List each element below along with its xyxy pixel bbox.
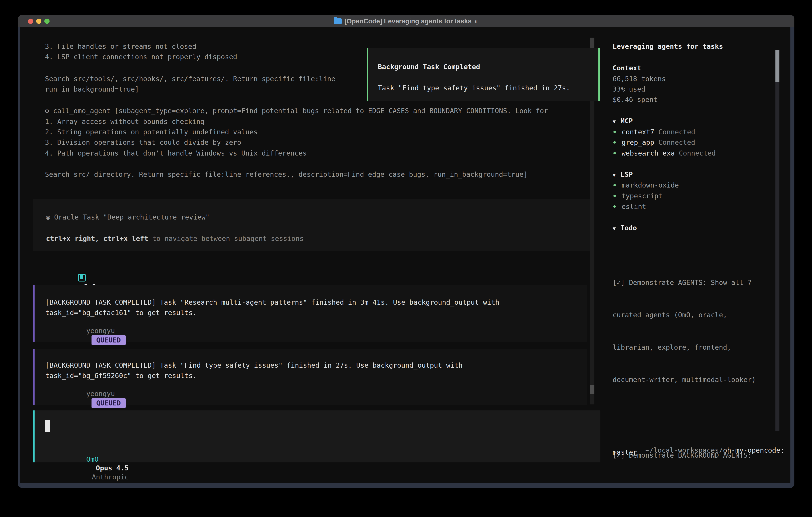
workspace-path: ~/local-workspaces/oh-my-opencode: — [613, 437, 784, 464]
zoom-button[interactable] — [45, 19, 50, 24]
context-used: 33% used — [613, 85, 645, 93]
scrollback-line: 3. File handles or streams not closed — [45, 42, 196, 51]
text-cursor — [45, 420, 50, 432]
context-tokens: 66,518 tokens — [613, 74, 666, 83]
context-spent: $0.46 spent — [613, 95, 658, 104]
main-scrollbar-thumb-top[interactable] — [590, 37, 594, 49]
terminal-content: 3. File handles or streams not closed 4.… — [20, 27, 790, 483]
status-badge: QUEUED — [91, 335, 126, 345]
toast-title: Background Task Completed — [378, 62, 480, 71]
message-line: task_id="bg_dcfac161" to get results. — [46, 308, 197, 317]
agent-call-line: 1. Array access without bounds checking — [45, 117, 204, 126]
status-dot-icon — [613, 141, 616, 143]
agent-call-line: 2. String operations on potentially unde… — [45, 128, 258, 136]
oracle-task-hint: ctrl+x right, ctrl+x left to navigate be… — [46, 234, 304, 243]
input-provider: Anthropic — [92, 473, 129, 481]
oracle-task-box[interactable]: ◉ Oracle Task "Deep architecture review"… — [33, 199, 590, 251]
scrollback-line: Search src/tools/, src/hooks/, src/featu… — [45, 74, 335, 83]
hint-keys: ctrl+x right, ctrl+x left — [46, 235, 148, 243]
background-task-toast: Background Task Completed Task "Find typ… — [367, 48, 600, 101]
context-heading: Context — [613, 63, 641, 72]
session-state-icon: ◐ — [474, 18, 478, 25]
input-model-row: OmO Opus 4.5 Anthropic — [46, 446, 129, 483]
terminal-window: [OpenCode] Leveraging agents for tasks ◐… — [18, 15, 794, 488]
status-dot-icon — [613, 205, 616, 208]
toast-body: Task "Find type safety issues" finished … — [378, 84, 570, 92]
input-agent-name: OmO — [86, 455, 98, 463]
main-scrollbar-track[interactable] — [590, 52, 594, 404]
window-title-group: [OpenCode] Leveraging agents for tasks ◐ — [334, 18, 478, 25]
message-block: [BACKGROUND TASK COMPLETED] Task "Resear… — [33, 285, 587, 342]
workspace-branch: master — [613, 448, 637, 457]
mcp-section-header[interactable]: ▼MCP — [613, 116, 633, 125]
message-block: [BACKGROUND TASK COMPLETED] Task "Find t… — [33, 349, 587, 405]
lsp-item: eslint — [613, 202, 646, 211]
lsp-item: typescript — [613, 192, 663, 200]
scrollback-line: 4. LSP client connections not properly d… — [45, 52, 237, 61]
hint-text: to navigate between subagent sessions — [148, 235, 304, 243]
todo-item: [✓] Demonstrate AGENTS: Show all 7 curat… — [613, 255, 764, 407]
traffic-lights — [28, 19, 50, 24]
agent-call-line: ⚙ call_omo_agent [subagent_type=explore,… — [45, 106, 548, 115]
message-line: task_id="bg_6f59260c" to get results. — [46, 371, 197, 380]
status-dot-icon — [613, 195, 616, 197]
chevron-down-icon: ▼ — [613, 172, 616, 178]
scrollback-line: run_in_background=true] — [45, 85, 139, 93]
folder-icon — [334, 19, 342, 24]
app-version-row: OpenCode 1.0.163 — [613, 480, 687, 483]
author: yeongyu — [86, 390, 115, 398]
oracle-task-title: ◉ Oracle Task "Deep architecture review" — [46, 213, 210, 221]
mcp-item: websearch_exa Connected — [613, 149, 716, 158]
agent-call-line: Search src/ directory. Return specific f… — [45, 170, 527, 179]
record-icon: ◉ — [46, 213, 50, 221]
palette-hint: ctrl+p commands — [532, 480, 603, 483]
input-model-name: Opus 4.5 — [96, 464, 129, 472]
agent-call-line: 4. Path operations that don't handle Win… — [45, 149, 307, 158]
chevron-down-icon: ▼ — [613, 225, 616, 232]
lsp-section-header[interactable]: ▼LSP — [613, 170, 633, 179]
status-badge: QUEUED — [91, 398, 126, 408]
mcp-item: grep_app Connected — [613, 138, 695, 147]
message-line: [BACKGROUND TASK COMPLETED] Task "Find t… — [46, 361, 463, 370]
todo-section-header[interactable]: ▼Todo — [613, 223, 637, 232]
status-dot-icon — [613, 152, 616, 154]
minimize-button[interactable] — [36, 19, 41, 24]
window-title: [OpenCode] Leveraging agents for tasks — [345, 18, 471, 25]
sidebar-scrollbar-track[interactable] — [776, 82, 779, 431]
session-title: Leveraging agents for tasks — [613, 42, 723, 51]
mcp-item: context7 Connected — [613, 128, 695, 136]
author: yeongyu — [86, 327, 115, 335]
lsp-item: markdown-oxide — [613, 181, 679, 190]
agent-icon — [78, 274, 86, 281]
close-button[interactable] — [28, 19, 33, 24]
status-dot-icon — [613, 184, 616, 186]
prompt-input[interactable]: OmO Opus 4.5 Anthropic — [33, 410, 601, 462]
tab-hint: tab switch agent — [454, 480, 540, 483]
gear-icon: ⚙ — [45, 107, 49, 115]
esc-hint: esc interrupt — [80, 480, 153, 483]
message-line: [BACKGROUND TASK COMPLETED] Task "Resear… — [46, 298, 499, 307]
message-meta: yeongyu QUEUED — [46, 318, 126, 354]
chevron-down-icon: ▼ — [613, 118, 616, 125]
screen: [OpenCode] Leveraging agents for tasks ◐… — [0, 0, 812, 517]
status-dot-icon — [613, 131, 616, 133]
sidebar-scrollbar-thumb[interactable] — [776, 50, 779, 82]
titlebar: [OpenCode] Leveraging agents for tasks ◐ — [18, 15, 794, 27]
agent-call-line: 3. Division operations that could divide… — [45, 138, 241, 147]
main-scrollbar-thumb[interactable] — [590, 385, 594, 394]
